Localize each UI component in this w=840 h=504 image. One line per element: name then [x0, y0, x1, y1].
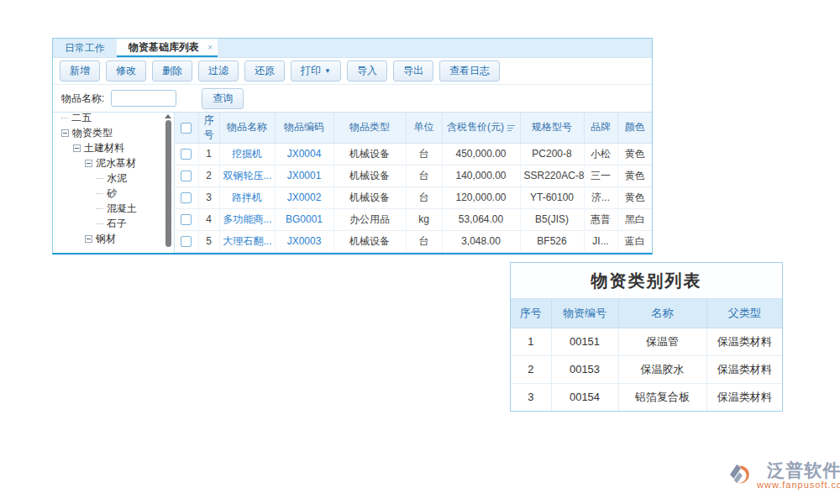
col-color[interactable]: 颜色: [617, 113, 652, 143]
toolbar-button-修改[interactable]: 修改: [106, 60, 146, 81]
collapse-icon[interactable]: [61, 129, 69, 137]
toolbar-button-新增[interactable]: 新增: [60, 60, 100, 81]
category-row[interactable]: 100151保温管保温类材料: [511, 328, 782, 355]
close-icon[interactable]: ×: [207, 39, 213, 56]
item-code-link[interactable]: JX0003: [287, 235, 322, 247]
select-all-checkbox[interactable]: [181, 123, 192, 134]
row-checkbox[interactable]: [181, 171, 192, 181]
category-cell: 00154: [551, 383, 618, 411]
cell: 机械设备: [333, 186, 406, 208]
col-item-name[interactable]: 物品名称: [219, 113, 275, 143]
cell: 3,048.00: [442, 230, 520, 252]
item-name-link[interactable]: 大理石翻...: [223, 235, 272, 247]
toolbar-button-导出[interactable]: 导出: [393, 60, 433, 81]
toolbar-button-过滤[interactable]: 过滤: [198, 60, 239, 81]
cell: 黄色: [617, 143, 652, 165]
cell: 台: [406, 186, 442, 208]
tree-item-label: 砂: [107, 186, 117, 201]
cell: B5(JIS): [520, 208, 584, 230]
col-price[interactable]: 含税售价(元): [442, 113, 520, 143]
tree-item-物资类型[interactable]: 物资类型: [58, 125, 174, 140]
item-name-link[interactable]: 多功能商...: [223, 213, 272, 225]
toolbar-button-导入[interactable]: 导入: [347, 60, 387, 81]
item-name-link[interactable]: 路拌机: [232, 192, 262, 203]
cat-col-name: 名称: [618, 299, 706, 328]
tree-line: [97, 193, 103, 194]
tree-item-label: 土建材料: [84, 140, 124, 155]
tab-daily-work[interactable]: 日常工作: [53, 39, 117, 57]
col-spec[interactable]: 规格型号: [520, 113, 584, 143]
search-input[interactable]: [111, 90, 176, 107]
category-cell: 1: [511, 328, 551, 355]
search-button[interactable]: 查询: [202, 88, 244, 109]
table-row[interactable]: 5大理石翻...JX0003机械设备台3,048.00BF526JI...蓝白: [175, 230, 652, 252]
tree-item-混凝土[interactable]: 混凝土: [58, 201, 174, 216]
toolbar-button-打印[interactable]: 打印▼: [291, 60, 341, 81]
cell: 4: [198, 208, 219, 230]
cell: YT-60100: [520, 186, 584, 208]
cell: 2: [198, 165, 219, 186]
tree-item-砂[interactable]: 砂: [58, 186, 174, 201]
item-name-link[interactable]: 双钢轮压...: [223, 170, 272, 181]
cat-col-code: 物资编号: [551, 299, 618, 328]
collapse-icon[interactable]: [85, 160, 92, 167]
tree-item-石子[interactable]: 石子: [58, 216, 174, 231]
category-list-title: 物资类别列表: [511, 263, 782, 299]
cell: 3: [198, 186, 219, 208]
cell: 台: [406, 230, 442, 252]
col-no[interactable]: 序号: [198, 113, 219, 143]
tree-item-二五[interactable]: 二五: [58, 113, 174, 125]
tree-line: [97, 223, 103, 224]
search-row: 物品名称: 查询: [53, 85, 652, 113]
category-cell: 保温类材料: [706, 328, 782, 355]
col-unit[interactable]: 单位: [406, 113, 442, 143]
item-code-link[interactable]: JX0002: [287, 192, 322, 203]
tree-scrollbar[interactable]: [165, 114, 171, 249]
category-cell: 00153: [551, 355, 618, 383]
toolbar-button-查看日志[interactable]: 查看日志: [439, 60, 500, 81]
tree-item-水泥[interactable]: 水泥: [58, 171, 174, 186]
item-code-link[interactable]: JX0004: [287, 148, 322, 160]
category-row[interactable]: 300154铝箔复合板保温类材料: [511, 383, 782, 411]
item-code-link[interactable]: JX0001: [287, 170, 322, 181]
cell: PC200-8: [520, 143, 584, 165]
tree-item-钢材[interactable]: 钢材: [58, 231, 174, 246]
row-checkbox[interactable]: [181, 236, 192, 247]
cell: 黄色: [617, 186, 652, 208]
row-checkbox[interactable]: [181, 214, 192, 225]
tree-item-label: 水泥: [107, 171, 127, 186]
tree-item-泥水基材[interactable]: 泥水基材: [58, 155, 174, 171]
category-list-panel: 物资类别列表 序号 物资编号 名称 父类型 100151保温管保温类材料2001…: [510, 262, 783, 412]
collapse-icon[interactable]: [73, 144, 81, 152]
table-row[interactable]: 2双钢轮压...JX0001机械设备台140,000.00SSR220AC-8三…: [175, 165, 652, 186]
tree-item-土建材料[interactable]: 土建材料: [58, 140, 174, 155]
toolbar-button-删除[interactable]: 删除: [152, 60, 192, 81]
col-brand[interactable]: 品牌: [584, 113, 617, 143]
logo-url[interactable]: www.fanpusoft.com: [757, 480, 840, 491]
table-row[interactable]: 4多功能商...BG0001办公用品kg53,064.00B5(JIS)惠普黑白: [175, 208, 652, 230]
cell: 惠普: [584, 208, 617, 230]
category-cell: 3: [511, 383, 551, 411]
item-name-link[interactable]: 挖掘机: [232, 148, 262, 160]
scroll-up-icon[interactable]: [165, 114, 171, 118]
tab-materials-library-label: 物资基础库列表: [129, 41, 199, 53]
toolbar-button-还原[interactable]: 还原: [244, 60, 285, 81]
cell: 450,000.00: [442, 143, 520, 165]
cell: 机械设备: [333, 165, 406, 186]
sort-icon[interactable]: [507, 123, 515, 131]
row-checkbox[interactable]: [181, 192, 192, 203]
col-item-code[interactable]: 物品编码: [275, 113, 333, 143]
cell: 台: [406, 143, 442, 165]
cell: kg: [406, 208, 442, 230]
scrollbar-thumb[interactable]: [165, 120, 171, 247]
tab-materials-library[interactable]: 物资基础库列表 ×: [117, 39, 218, 57]
cell: 蓝白: [617, 230, 652, 252]
row-checkbox[interactable]: [181, 149, 192, 160]
cell: 机械设备: [333, 143, 406, 165]
col-item-type[interactable]: 物品类型: [333, 113, 406, 143]
collapse-icon[interactable]: [85, 235, 92, 243]
item-code-link[interactable]: BG0001: [286, 213, 323, 225]
category-row[interactable]: 200153保温胶水保温类材料: [511, 355, 782, 383]
table-row[interactable]: 3路拌机JX0002机械设备台120,000.00YT-60100济...黄色: [175, 186, 652, 208]
table-row[interactable]: 1挖掘机JX0004机械设备台450,000.00PC200-8小松黄色: [175, 143, 652, 165]
